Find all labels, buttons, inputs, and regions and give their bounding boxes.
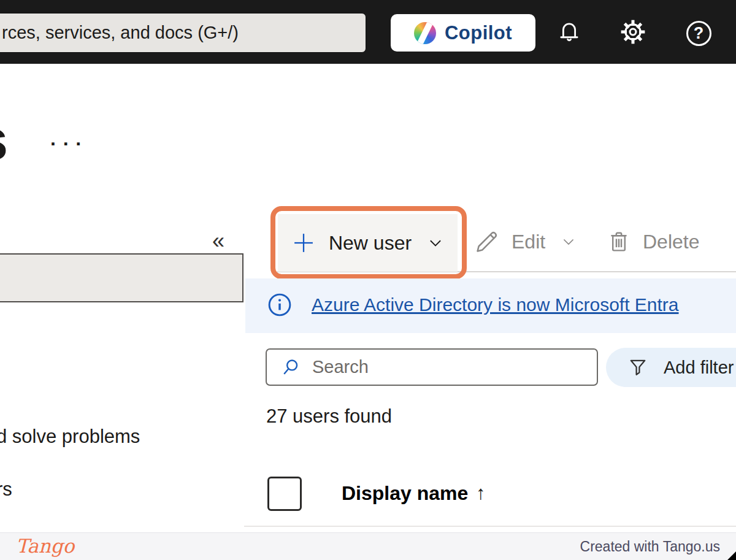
column-header-display-name[interactable]: Display name xyxy=(342,482,468,505)
new-user-label: New user xyxy=(329,232,412,255)
footer-credit-text: Created with Tango.us xyxy=(580,539,720,555)
new-user-button[interactable]: New user xyxy=(278,214,458,272)
info-icon xyxy=(266,291,293,321)
copilot-label: Copilot xyxy=(445,22,512,44)
edit-button[interactable]: Edit xyxy=(473,224,577,259)
user-search-box[interactable] xyxy=(266,348,598,386)
more-menu-button[interactable]: ··· xyxy=(50,132,88,155)
sidebar-partial-text: d solve problems xyxy=(0,426,140,448)
chevron-down-icon xyxy=(426,234,445,252)
sidebar-partial-text: rs xyxy=(0,478,12,501)
screen: Copilot xyxy=(0,0,736,560)
user-search-input[interactable] xyxy=(312,357,570,377)
delete-label: Delete xyxy=(643,231,700,253)
search-icon xyxy=(280,357,301,378)
add-filter-button[interactable]: Add filter xyxy=(606,348,736,387)
settings-button[interactable] xyxy=(618,18,648,47)
info-banner: Azure Active Directory is now Microsoft … xyxy=(245,278,736,333)
gear-icon xyxy=(619,18,646,47)
left-pane-search-box[interactable] xyxy=(0,253,243,302)
tango-footer: Tango Created with Tango.us xyxy=(0,532,736,560)
tango-logo: Tango xyxy=(16,535,74,557)
global-search-input[interactable] xyxy=(0,13,366,53)
sort-ascending-icon: ↑ xyxy=(476,482,486,504)
table-header-divider xyxy=(244,526,736,527)
plus-icon xyxy=(291,230,316,256)
chevron-down-icon xyxy=(560,233,577,250)
copilot-icon xyxy=(414,22,436,44)
copilot-button[interactable]: Copilot xyxy=(391,14,535,52)
help-button[interactable]: ? xyxy=(684,19,713,47)
entra-rename-link[interactable]: Azure Active Directory is now Microsoft … xyxy=(312,294,679,315)
delete-button[interactable]: Delete xyxy=(606,224,700,259)
top-bar: Copilot xyxy=(0,0,736,64)
page-title-partial: s xyxy=(0,108,8,172)
trash-icon xyxy=(606,229,632,255)
add-filter-label: Add filter xyxy=(664,358,734,378)
bell-icon xyxy=(556,19,582,47)
help-icon: ? xyxy=(686,21,711,46)
results-count: 27 users found xyxy=(266,405,392,428)
select-all-checkbox[interactable] xyxy=(267,477,302,511)
pencil-icon xyxy=(473,228,500,255)
notifications-button[interactable] xyxy=(555,18,583,47)
edit-label: Edit xyxy=(512,231,545,253)
collapse-pane-button[interactable]: « xyxy=(212,228,224,254)
filter-funnel-icon xyxy=(627,356,649,378)
